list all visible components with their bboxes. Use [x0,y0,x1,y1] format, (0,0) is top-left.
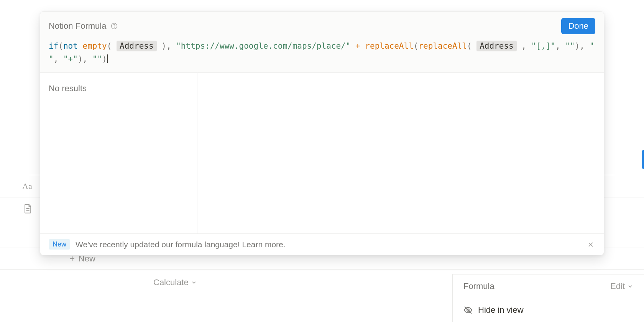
formula-token-keyword: if [49,41,58,51]
edit-label: Edit [610,281,625,291]
side-panel-header: Formula Edit [453,274,644,298]
calculate-label: Calculate [153,278,189,288]
formula-token-comma: , [54,54,59,64]
formula-token-comma: , [580,41,585,51]
chevron-down-icon [627,283,633,289]
formula-token-string: "" [565,41,575,51]
calculate-button[interactable]: Calculate [153,278,197,288]
eye-off-icon [463,306,473,315]
formula-editor-modal: Notion Formula Done if(not empty( Addres… [40,12,604,255]
formula-token-paren: ( [58,41,63,51]
formula-token-function: empty [83,41,107,51]
formula-token-paren: ) [78,54,83,64]
formula-input[interactable]: if(not empty( Address ), "https://www.go… [49,39,595,66]
formula-editor-footer: New We've recently updated our formula l… [40,233,604,255]
property-side-panel: Formula Edit Hide in view [452,274,644,322]
hide-in-view-label: Hide in view [478,305,524,315]
formula-token-string: "" [92,54,102,64]
scrollbar-indicator[interactable] [642,150,644,169]
no-results-text: No results [49,84,189,94]
svg-point-5 [114,27,115,28]
help-icon[interactable] [110,22,118,30]
formula-token-string: "+" [63,54,78,64]
new-badge: New [49,239,70,250]
formula-token-paren: ( [467,41,472,51]
formula-token-string: "[,]" [531,41,555,51]
formula-token-paren: ( [414,41,419,51]
side-panel-title: Formula [463,281,495,291]
formula-token-operator: + [355,41,360,51]
formula-editor-title-row: Notion Formula [49,21,118,31]
text-caret [107,54,108,63]
formula-docs-panel [197,73,604,233]
formula-token-function: replaceAll [365,41,413,51]
formula-token-comma: , [83,54,88,64]
formula-property-chip[interactable]: Address [476,41,517,51]
formula-token-paren: ( [107,41,112,51]
formula-editor-body: No results [40,73,604,233]
formula-editor-header: Notion Formula Done if(not empty( Addres… [40,12,604,73]
done-button[interactable]: Done [561,18,595,34]
footer-message[interactable]: We've recently updated our formula langu… [76,240,581,249]
formula-token-comma: , [555,41,560,51]
chevron-down-icon [191,279,197,286]
formula-token-comma: , [521,41,526,51]
formula-token-comma: , [166,41,171,51]
formula-token-paren: ) [575,41,580,51]
formula-editor-title: Notion Formula [49,21,106,31]
name-column-label: Aa [22,181,32,191]
formula-suggestions-panel: No results [40,73,197,233]
hide-in-view-button[interactable]: Hide in view [453,298,644,322]
page-icon [22,203,33,214]
formula-token-keyword: not [63,41,78,51]
edit-property-button[interactable]: Edit [610,281,633,291]
formula-token-paren: ) [102,54,107,64]
formula-property-chip[interactable]: Address [117,41,157,51]
formula-token-paren: ) [161,41,166,51]
formula-token-function: replaceAll [418,41,467,51]
close-icon[interactable] [586,240,595,249]
formula-token-string: "https://www.google.com/maps/place/" [176,41,350,51]
